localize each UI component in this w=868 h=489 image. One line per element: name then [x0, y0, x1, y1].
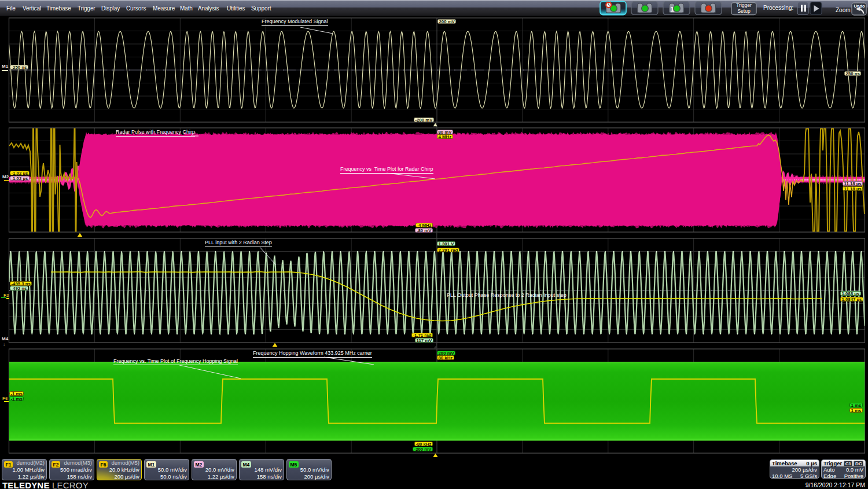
svg-text:1: 1	[671, 6, 674, 13]
